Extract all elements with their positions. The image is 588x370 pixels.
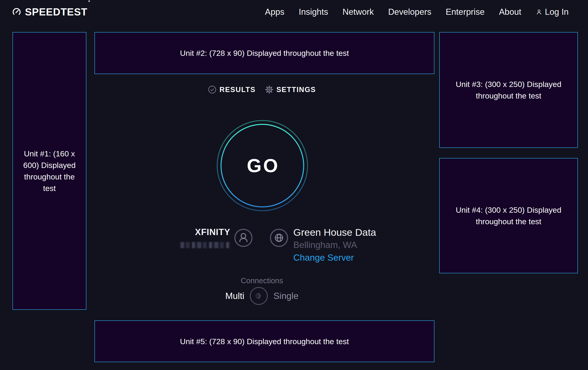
login-button[interactable]: Log In bbox=[536, 7, 569, 17]
top-navigation: Apps Insights Network Developers Enterpr… bbox=[265, 0, 569, 24]
ad-unit-3[interactable]: Unit #3: (300 x 250) Displayed throughou… bbox=[439, 32, 578, 148]
login-label: Log In bbox=[545, 7, 569, 17]
go-button[interactable]: GO bbox=[216, 120, 309, 212]
nav-enterprise[interactable]: Enterprise bbox=[446, 7, 485, 17]
results-settings-tabs: RESULTS bbox=[208, 85, 316, 94]
check-circle-icon bbox=[208, 85, 216, 94]
isp-detail-redacted bbox=[180, 242, 230, 248]
speedometer-gauge-icon bbox=[12, 7, 21, 17]
nav-insights[interactable]: Insights bbox=[299, 7, 328, 17]
trademark-mark bbox=[88, 0, 90, 2]
change-server-link[interactable]: Change Server bbox=[293, 253, 376, 262]
multi-connection-arrows-icon bbox=[253, 291, 264, 301]
isp-user-circle-icon bbox=[234, 229, 253, 248]
ad-unit-5[interactable]: Unit #5: (728 x 90) Displayed throughout… bbox=[94, 320, 434, 362]
ad-unit-2[interactable]: Unit #2: (728 x 90) Displayed throughout… bbox=[94, 32, 434, 74]
go-label: GO bbox=[216, 120, 309, 212]
ad-unit-2-label: Unit #2: (728 x 90) Displayed throughout… bbox=[180, 47, 349, 59]
tab-settings[interactable]: SETTINGS bbox=[265, 86, 316, 94]
connections-label: Connections bbox=[241, 276, 283, 285]
nav-network[interactable]: Network bbox=[343, 7, 374, 17]
connections-single-label[interactable]: Single bbox=[273, 291, 298, 301]
server-name: Green House Data bbox=[293, 227, 376, 238]
gear-icon bbox=[265, 86, 273, 94]
connections-toggle[interactable] bbox=[250, 287, 268, 305]
ad-unit-3-label: Unit #3: (300 x 250) Displayed throughou… bbox=[454, 79, 563, 101]
tab-settings-label: SETTINGS bbox=[276, 86, 316, 94]
nav-apps[interactable]: Apps bbox=[265, 7, 284, 17]
speedtest-page: SPEEDTEST Apps Insights Network Develope… bbox=[0, 0, 588, 370]
isp-name: XFINITY bbox=[148, 227, 230, 237]
server-info: Green House Data Bellingham, WA Change S… bbox=[293, 227, 376, 262]
ad-unit-4-label: Unit #4: (300 x 250) Displayed throughou… bbox=[454, 204, 563, 227]
ad-unit-4[interactable]: Unit #4: (300 x 250) Displayed throughou… bbox=[439, 158, 578, 273]
tab-results-label: RESULTS bbox=[220, 86, 255, 94]
connections-multi-label[interactable]: Multi bbox=[225, 291, 244, 301]
nav-developers[interactable]: Developers bbox=[388, 7, 431, 17]
ad-unit-1-label: Unit #1: (160 x 600) Displayed throughou… bbox=[21, 148, 78, 194]
tab-results[interactable]: RESULTS bbox=[208, 85, 255, 94]
user-icon bbox=[536, 9, 543, 15]
server-location: Bellingham, WA bbox=[293, 240, 376, 250]
ad-unit-1[interactable]: Unit #1: (160 x 600) Displayed throughou… bbox=[12, 32, 86, 310]
globe-circle-icon bbox=[270, 229, 288, 248]
connections-toggle-row: Multi Single bbox=[225, 287, 299, 305]
ad-unit-5-label: Unit #5: (728 x 90) Displayed throughout… bbox=[180, 336, 349, 347]
speedtest-logo[interactable]: SPEEDTEST bbox=[12, 0, 87, 24]
logo-wordmark: SPEEDTEST bbox=[25, 6, 87, 18]
nav-about[interactable]: About bbox=[499, 7, 521, 17]
